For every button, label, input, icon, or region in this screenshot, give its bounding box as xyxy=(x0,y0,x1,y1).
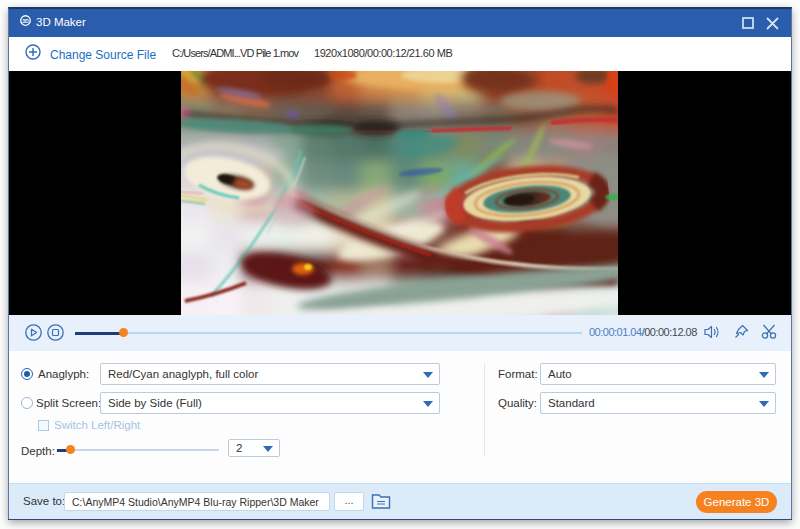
svg-text:3D: 3D xyxy=(22,18,29,24)
